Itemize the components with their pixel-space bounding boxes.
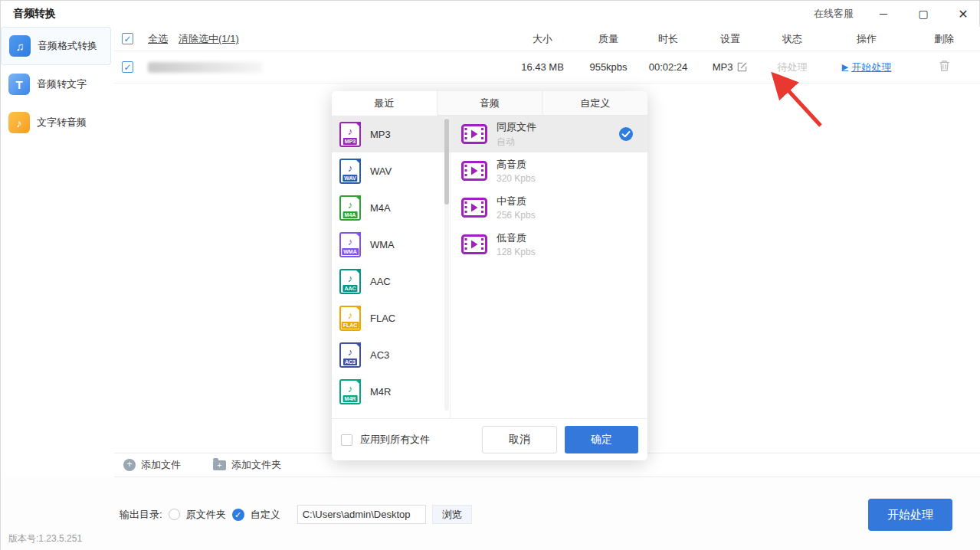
column-duration: 时长 xyxy=(639,32,697,46)
add-folder-button[interactable]: + 添加文件夹 xyxy=(213,458,281,472)
sidebar-item-label: 音频格式转换 xyxy=(38,39,97,53)
audio-to-text-icon: T xyxy=(8,74,30,95)
format-item[interactable]: ♪WAV WAV xyxy=(332,152,450,189)
sidebar-item-audio-to-text[interactable]: T 音频转文字 xyxy=(1,65,114,103)
media-file-icon xyxy=(461,234,487,254)
format-item[interactable]: ♪MP3 MP3 xyxy=(332,116,450,152)
file-format-icon: ♪WMA xyxy=(339,232,361,257)
format-item[interactable]: ♪WMA WMA xyxy=(332,226,450,263)
original-folder-label: 原文件夹 xyxy=(186,508,226,522)
apply-all-label: 应用到所有文件 xyxy=(360,433,430,447)
quality-item-low[interactable]: 低音质 128 Kpbs xyxy=(451,226,647,263)
sidebar-item-text-to-audio[interactable]: ♪ 文字转音频 xyxy=(1,103,114,142)
sidebar-item-audio-format-convert[interactable]: ♫ 音频格式转换 xyxy=(1,27,111,65)
cancel-button[interactable]: 取消 xyxy=(482,426,557,453)
bottom-bar: 输出目录: 原文件夹 ✓ 自定义 浏览 开始处理 版本号:1.23.5.251 xyxy=(1,477,980,550)
table-row: ✓ 16.43 MB 955kpbs 00:02:24 MP3 待处理 ▶开始处… xyxy=(114,51,980,83)
sidebar-item-label: 音频转文字 xyxy=(37,77,87,91)
format-list: ♪MP3 MP3 ♪WAV WAV ♪M4A M4A ♪WMA WMA ♪AAC xyxy=(332,116,451,418)
file-format-icon: ♪M4A xyxy=(339,195,361,221)
output-dir-label: 输出目录: xyxy=(120,508,162,522)
file-format-icon: ♪M4R xyxy=(339,379,361,404)
file-size: 16.43 MB xyxy=(507,61,578,73)
start-process-button[interactable]: 开始处理 xyxy=(868,499,952,531)
custom-dir-check-icon[interactable]: ✓ xyxy=(232,509,244,521)
column-size: 大小 xyxy=(507,32,578,46)
format-item[interactable]: ♪FLAC FLAC xyxy=(332,300,450,336)
format-item[interactable]: ♪AC3 AC3 xyxy=(332,336,450,373)
version-text: 版本号:1.23.5.251 xyxy=(8,532,82,545)
clear-selected-link[interactable]: 清除选中(1/1) xyxy=(179,32,239,46)
media-file-icon xyxy=(461,124,487,144)
quality-item-high[interactable]: 高音质 320 Kpbs xyxy=(451,152,647,189)
file-format-icon: ♪AAC xyxy=(339,269,361,294)
quality-item-same-as-source[interactable]: 同原文件 自动 xyxy=(451,116,647,152)
status-badge: 待处理 xyxy=(763,61,821,74)
folder-plus-icon: + xyxy=(213,460,226,470)
sidebar: ♫ 音频格式转换 T 音频转文字 ♪ 文字转音频 xyxy=(1,27,114,477)
file-duration: 00:02:24 xyxy=(639,61,697,73)
file-quality: 955kpbs xyxy=(578,61,639,73)
output-path-input[interactable] xyxy=(297,505,426,524)
browse-button[interactable]: 浏览 xyxy=(432,505,472,524)
audio-convert-icon: ♫ xyxy=(9,35,31,57)
dialog-tabs: 最近 音频 自定义 xyxy=(332,91,647,116)
file-format-value: MP3 xyxy=(713,61,733,73)
original-folder-radio[interactable] xyxy=(169,509,180,520)
column-settings: 设置 xyxy=(697,32,763,46)
scrollbar-thumb[interactable] xyxy=(444,119,449,205)
column-status: 状态 xyxy=(763,32,821,46)
select-all-link[interactable]: 全选 xyxy=(148,32,168,46)
play-icon: ▶ xyxy=(842,62,848,72)
dialog-footer: 应用到所有文件 取消 确定 xyxy=(332,418,647,460)
app-title: 音频转换 xyxy=(13,7,56,21)
media-file-icon xyxy=(461,198,487,218)
close-icon[interactable]: ✕ xyxy=(953,4,973,24)
file-format-icon: ♪AC3 xyxy=(339,342,361,368)
tab-recent[interactable]: 最近 xyxy=(332,91,437,116)
list-header: ✓ 全选 清除选中(1/1) 大小 质量 时长 设置 状态 操作 删除 xyxy=(114,27,980,51)
delete-row-icon[interactable] xyxy=(939,60,950,72)
tab-audio[interactable]: 音频 xyxy=(437,91,542,116)
maximize-icon[interactable]: ▢ xyxy=(913,4,933,24)
custom-dir-label: 自定义 xyxy=(251,508,280,522)
file-format-icon: ♪MP3 xyxy=(339,122,361,147)
select-all-checkbox[interactable]: ✓ xyxy=(122,33,133,44)
file-format-icon: ♪WAV xyxy=(339,159,361,184)
edit-format-icon[interactable] xyxy=(736,61,748,73)
column-quality: 质量 xyxy=(578,32,639,46)
format-item[interactable]: ♪M4A M4A xyxy=(332,189,450,226)
format-item[interactable]: ♪M4R M4R xyxy=(332,373,450,410)
titlebar: 音频转换 在线客服 ─ ▢ ✕ xyxy=(1,1,979,27)
quality-list: 同原文件 自动 高音质 xyxy=(451,116,647,418)
file-name-redacted xyxy=(148,62,263,73)
media-file-icon xyxy=(461,161,487,181)
column-operation: 操作 xyxy=(821,32,912,46)
scrollbar[interactable] xyxy=(444,117,449,411)
confirm-button[interactable]: 确定 xyxy=(565,426,638,453)
format-item[interactable]: ♪AAC AAC xyxy=(332,263,450,300)
column-delete: 删除 xyxy=(912,32,976,46)
format-dialog: 最近 音频 自定义 ♪MP3 MP3 ♪WAV WAV ♪M4A M4A ♪ xyxy=(332,91,647,460)
minimize-icon[interactable]: ─ xyxy=(873,4,893,24)
start-process-link[interactable]: ▶开始处理 xyxy=(842,61,891,74)
apply-all-checkbox[interactable] xyxy=(341,434,352,446)
sidebar-item-label: 文字转音频 xyxy=(37,116,87,129)
add-file-button[interactable]: + 添加文件 xyxy=(123,458,181,472)
online-service-link[interactable]: 在线客服 xyxy=(814,7,854,21)
row-checkbox[interactable]: ✓ xyxy=(122,61,133,73)
plus-circle-icon: + xyxy=(123,459,136,471)
text-to-audio-icon: ♪ xyxy=(8,112,30,133)
selected-check-icon xyxy=(618,126,634,142)
app-window: 音频转换 在线客服 ─ ▢ ✕ ♫ 音频格式转换 T 音频转文字 ♪ 文字转音频… xyxy=(0,0,980,550)
tab-custom[interactable]: 自定义 xyxy=(542,91,647,116)
quality-item-medium[interactable]: 中音质 256 Kpbs xyxy=(451,189,647,226)
file-format-icon: ♪FLAC xyxy=(339,306,361,331)
